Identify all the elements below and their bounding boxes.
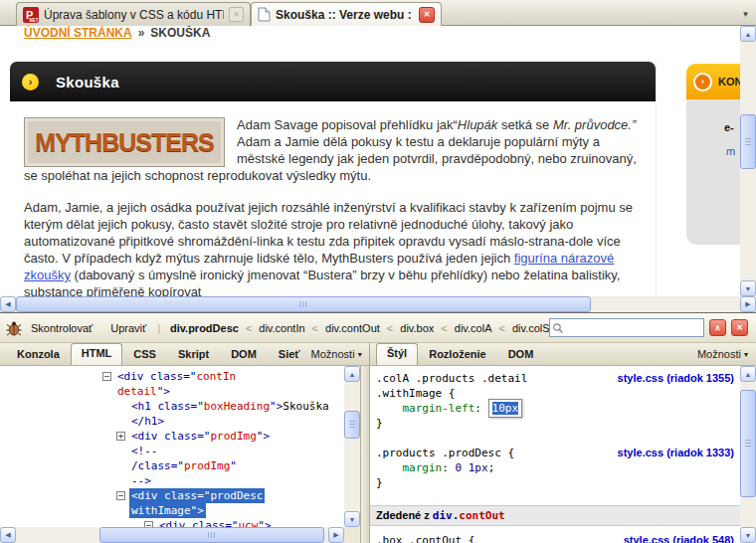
path-item[interactable]: div.colSp (512, 322, 549, 334)
scroll-down-icon[interactable]: ▼ (344, 511, 360, 527)
tab-css[interactable]: CSS (122, 344, 167, 365)
scroll-right-icon[interactable]: ▶ (740, 296, 756, 312)
tree-node-text[interactable]: detail"> (115, 384, 172, 399)
firebug-close-icon[interactable]: ✕ (731, 319, 748, 336)
tree-node-text[interactable]: --> (129, 473, 153, 488)
panel-splitter[interactable] (360, 366, 370, 543)
contact-sidebar: › KONTA e- m (686, 64, 740, 296)
scroll-up-icon[interactable]: ▲ (344, 366, 360, 382)
firebug-icon[interactable] (6, 320, 22, 336)
tab-close-icon[interactable]: ✕ (229, 7, 244, 22)
tree-node[interactable]: +<div class="prodImg"> (0, 429, 344, 444)
options-menu-left[interactable]: Možnosti▾ (311, 344, 370, 365)
edit-button[interactable]: Upraviť (110, 322, 146, 334)
breadcrumb-home-link[interactable]: ÚVODNÍ STRÁNKA (24, 26, 132, 40)
html-panel-vertical-scrollbar[interactable]: ▲ ▼ (344, 366, 360, 527)
tree-node[interactable]: </h1> (0, 414, 344, 429)
expand-icon[interactable]: + (116, 432, 125, 441)
path-item[interactable]: div.contOut (325, 322, 380, 334)
options-menu-right[interactable]: Možnosti▾ (697, 344, 756, 365)
style-source-link[interactable]: style.css (riadok 1333) (618, 446, 734, 460)
tree-node-text[interactable]: withImage"> (129, 503, 206, 518)
sidebar-link[interactable]: m (726, 145, 735, 157)
scroll-up-icon[interactable]: ▲ (740, 366, 756, 382)
tree-node-selected[interactable]: −<div class="prodDesc (0, 488, 344, 503)
tab-styl[interactable]: Štýl (376, 343, 418, 365)
tree-node[interactable]: detail"> (0, 384, 344, 399)
paragraph-2: Adam, Jamie, a jejich osádka používat je… (24, 199, 650, 296)
tree-node-selected[interactable]: withImage"> (0, 503, 344, 518)
chevron-down-icon: ▾ (744, 350, 748, 359)
scroll-down-icon[interactable]: ▼ (740, 280, 756, 296)
tab-siet[interactable]: Sieť (268, 344, 311, 365)
main-content-box: › Skouška MYTHBUSTERS Adam Savage popiso… (10, 62, 657, 296)
tab-dom[interactable]: DOM (220, 344, 268, 365)
tree-node-text[interactable]: <div class="ucw"> (157, 518, 274, 527)
collapse-icon[interactable]: − (116, 491, 125, 500)
tree-node-text[interactable]: <h1 class="boxHeading">Skouška (129, 399, 331, 414)
breadcrumb-current: SKOUŠKA (150, 26, 210, 40)
tab-close-icon[interactable]: ✕ (419, 7, 435, 23)
search-icon (552, 322, 564, 334)
tab-title: Úprava šablony v CSS a kódu HTML - p... (44, 8, 224, 22)
inherited-element-class[interactable]: contOut (459, 509, 504, 522)
firebug-search-box[interactable] (549, 318, 704, 337)
browser-vertical-scrollbar[interactable]: ▲ ▼ (740, 26, 756, 296)
scrollbar-thumb[interactable] (740, 390, 756, 497)
path-item-selected[interactable]: div.prodDesc (170, 322, 239, 334)
browser-tab-active[interactable]: Skouška :: Verze webu : Building ✕ (251, 2, 442, 26)
code-segment-syn: /class=" (131, 459, 184, 472)
scroll-down-icon[interactable]: ▼ (740, 527, 756, 543)
scrollbar-thumb[interactable] (99, 527, 324, 543)
scrollbar-thumb[interactable] (740, 114, 756, 169)
scroll-left-icon[interactable]: ◀ (0, 527, 16, 543)
style-source-link[interactable]: style.css (riadok 1355) (618, 371, 734, 386)
style-source-link[interactable]: style.css (riadok 548) (624, 533, 734, 543)
scroll-right-icon[interactable]: ▶ (328, 527, 344, 543)
firebug-detach-icon[interactable]: ∧ (709, 319, 726, 336)
path-item[interactable]: div.colA (455, 322, 492, 334)
inspect-button[interactable]: Skontrolovať (31, 322, 93, 334)
browser-horizontal-scrollbar[interactable]: ◀ ▶ (0, 296, 756, 312)
chevron-down-icon: ▾ (358, 350, 362, 359)
tree-node[interactable]: −<div class="ucw"> (0, 518, 344, 527)
inherited-from-header: Zdedené z div.contOut (370, 505, 740, 526)
tree-node[interactable]: --> (0, 473, 344, 488)
scrollbar-thumb[interactable] (344, 411, 360, 439)
path-item[interactable]: div.contIn (259, 322, 304, 334)
css-property-name[interactable]: margin-left (403, 402, 475, 415)
tree-node-text[interactable]: </h1> (129, 414, 166, 429)
tree-node[interactable]: −<div class="contIn (0, 369, 344, 384)
tree-node-text[interactable]: <!-- (129, 444, 160, 458)
css-property-value[interactable]: 0 1px (456, 461, 488, 474)
mythbusters-logo-image: MYTHBUSTERS (24, 117, 225, 167)
tab-konzola[interactable]: Konzola (6, 344, 71, 365)
tree-node[interactable]: <h1 class="boxHeading">Skouška (0, 399, 344, 414)
tab-list-button[interactable]: ▾ (738, 6, 753, 21)
style-panel-vertical-scrollbar[interactable]: ▲ ▼ (740, 366, 756, 543)
html-panel-horizontal-scrollbar[interactable]: ◀ ▶ (0, 527, 344, 543)
tree-node[interactable]: <!-- (0, 444, 344, 458)
inherited-element-tag[interactable]: div. (433, 509, 460, 522)
scroll-up-icon[interactable]: ▲ (740, 26, 756, 42)
scrollbar-thumb[interactable] (16, 296, 591, 312)
tree-node[interactable]: /class="prodImg" (0, 458, 344, 473)
italic-text: Mr. průvodce.” (553, 117, 636, 132)
path-item[interactable]: div.box (400, 322, 434, 334)
page-heading-bar: › Skouška (10, 62, 656, 101)
inline-value-editor[interactable]: 10px (488, 399, 523, 418)
css-property-name[interactable]: margin (403, 461, 443, 474)
scroll-left-icon[interactable]: ◀ (0, 296, 16, 312)
tree-node-text[interactable]: <div class="contIn (115, 369, 238, 384)
firebug-search-input[interactable] (566, 321, 701, 335)
tab-rozlozenie[interactable]: Rozloženie (418, 344, 496, 365)
tab-dom-right[interactable]: DOM (497, 344, 545, 365)
collapse-icon[interactable]: − (102, 372, 111, 381)
tab-html[interactable]: HTML (71, 343, 123, 365)
browser-tab-inactive[interactable]: PNET Úprava šablony v CSS a kódu HTML - … (16, 2, 251, 26)
tree-node-text[interactable]: <div class="prodImg"> (129, 429, 272, 444)
text-run: setká se (497, 117, 553, 132)
tab-skript[interactable]: Skript (167, 344, 220, 365)
tree-node-text[interactable]: /class="prodImg" (129, 458, 239, 473)
tree-node-text[interactable]: <div class="prodDesc (129, 488, 265, 503)
